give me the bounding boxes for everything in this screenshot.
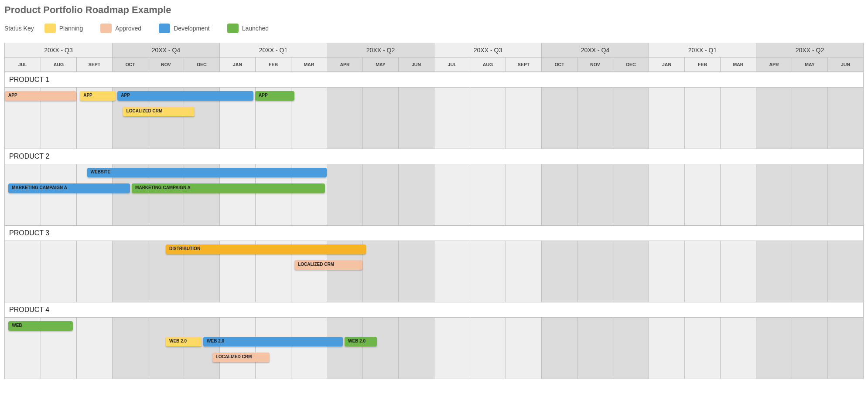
month-header: NOV [148, 58, 184, 72]
quarter-header: 20XX - Q3 [5, 43, 112, 58]
month-header: APR [756, 58, 792, 72]
month-header: DEC [184, 58, 219, 72]
product-header: PRODUCT 1 [5, 72, 863, 88]
roadmap-chart: 20XX - Q320XX - Q420XX - Q120XX - Q220XX… [4, 43, 864, 379]
month-header: OCT [541, 58, 577, 72]
quarter-header: 20XX - Q3 [434, 43, 541, 58]
legend-label: Status Key [4, 25, 34, 32]
gantt-bar[interactable]: LOCALIZED CRM [294, 260, 362, 270]
legend-text: Approved [115, 25, 141, 32]
gantt-bar[interactable]: APP [80, 91, 116, 101]
status-legend: Status Key PlanningApprovedDevelopmentLa… [4, 24, 864, 33]
month-header: FEB [684, 58, 720, 72]
month-header: APR [327, 58, 362, 72]
month-header: JUN [827, 58, 863, 72]
quarter-header-row: 20XX - Q320XX - Q420XX - Q120XX - Q220XX… [5, 43, 863, 58]
month-header: AUG [41, 58, 76, 72]
legend-swatch [100, 24, 112, 33]
legend-swatch [159, 24, 170, 33]
quarter-header: 20XX - Q2 [756, 43, 863, 58]
legend-item: Launched [227, 24, 269, 33]
gantt-bar[interactable]: APP [255, 91, 294, 101]
month-header: JAN [649, 58, 684, 72]
legend-item: Approved [100, 24, 141, 33]
month-header: AUG [470, 58, 506, 72]
month-header: SEPT [76, 58, 112, 72]
gantt-bar[interactable]: WEB 2.0 [345, 337, 377, 346]
gantt-bar[interactable]: APP [117, 91, 253, 101]
month-header: MAR [720, 58, 756, 72]
gantt-bar[interactable]: WEB [8, 321, 73, 331]
legend-swatch [44, 24, 56, 33]
gantt-bar[interactable]: DISTRIBUTION [166, 244, 366, 254]
quarter-header: 20XX - Q1 [649, 43, 756, 58]
month-header: MAR [291, 58, 327, 72]
quarter-header: 20XX - Q2 [327, 43, 434, 58]
product-track: WEBWEB 2.0WEB 2.0WEB 2.0LOCALIZED CRM [5, 318, 863, 379]
product-track: DISTRIBUTIONLOCALIZED CRM [5, 241, 863, 302]
month-header: MAY [362, 58, 398, 72]
gantt-bar[interactable]: MARKETING CAMPAIGN A [132, 183, 325, 193]
gantt-bar[interactable]: WEBSITE [87, 168, 327, 177]
month-header: JAN [219, 58, 255, 72]
product-header: PRODUCT 3 [5, 225, 863, 241]
month-header: JUL [434, 58, 470, 72]
product-header: PRODUCT 2 [5, 149, 863, 164]
product-track: WEBSITEMARKETING CAMPAIGN AMARKETING CAM… [5, 164, 863, 225]
month-header: OCT [112, 58, 148, 72]
gantt-bar[interactable]: LOCALIZED CRM [212, 353, 270, 362]
legend-swatch [227, 24, 239, 33]
month-header: FEB [255, 58, 291, 72]
gantt-bar[interactable]: WEB 2.0 [166, 337, 202, 346]
legend-text: Development [174, 25, 210, 32]
gantt-bar[interactable]: LOCALIZED CRM [123, 107, 195, 116]
gantt-bar[interactable]: WEB 2.0 [203, 337, 343, 346]
month-header-row: JULAUGSEPTOCTNOVDECJANFEBMARAPRMAYJUNJUL… [5, 58, 863, 72]
quarter-header: 20XX - Q1 [219, 43, 327, 58]
month-header: MAY [792, 58, 827, 72]
gantt-bar[interactable]: APP [5, 91, 76, 101]
legend-item: Planning [44, 24, 83, 33]
product-track: APPAPPAPPAPPLOCALIZED CRM [5, 88, 863, 149]
month-header: JUL [5, 58, 41, 72]
month-header: DEC [613, 58, 649, 72]
legend-text: Planning [59, 25, 83, 32]
legend-text: Launched [242, 25, 269, 32]
product-header: PRODUCT 4 [5, 302, 863, 318]
legend-item: Development [159, 24, 210, 33]
gantt-bar[interactable]: MARKETING CAMPAIGN A [8, 183, 130, 193]
quarter-header: 20XX - Q4 [541, 43, 649, 58]
page-title: Product Portfolio Roadmap Example [4, 4, 864, 16]
month-header: JUN [398, 58, 434, 72]
quarter-header: 20XX - Q4 [112, 43, 219, 58]
month-header: NOV [577, 58, 613, 72]
month-header: SEPT [506, 58, 541, 72]
